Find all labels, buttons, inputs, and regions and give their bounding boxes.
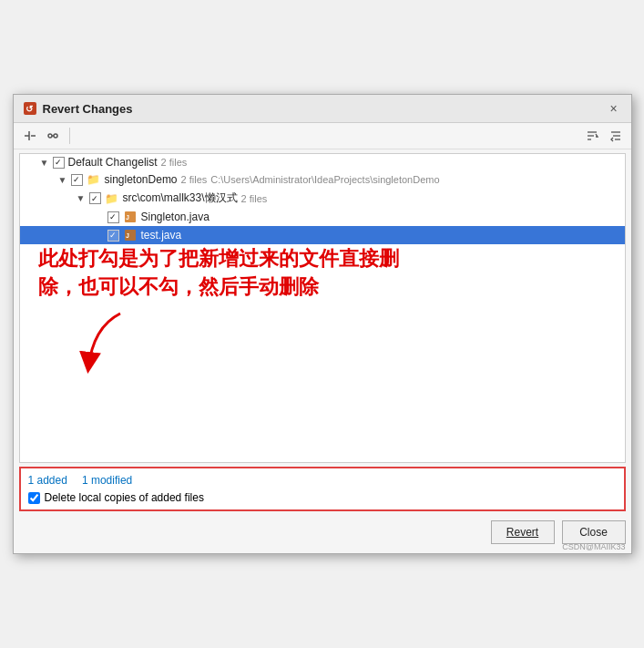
delete-copies-row: Delete local copies of added files — [28, 491, 617, 504]
test-java-name: test.java — [141, 229, 182, 242]
src-path-name: src\com\mallk33\懒汉式 — [123, 190, 238, 206]
folder-name: singletonDemo — [105, 173, 178, 186]
annotation-text: 此处打勾是为了把新增过来的文件直接删除，也可以不勾，然后手动删除 — [38, 245, 607, 302]
dialog-title: Revert Changes — [43, 102, 133, 116]
checkbox-singleton-demo[interactable] — [71, 174, 83, 186]
toolbar — [14, 123, 631, 149]
svg-point-5 — [48, 134, 52, 138]
src-folder-icon: 📁 — [105, 191, 119, 206]
revert-button[interactable]: Revert — [491, 520, 555, 544]
checkbox-default-changelist[interactable] — [53, 157, 65, 169]
tree-item-src-path[interactable]: ▼ 📁 src\com\mallk33\懒汉式 2 files — [20, 189, 625, 208]
expand-icon-3: ▼ — [75, 192, 87, 205]
status-bar: 1 added 1 modified Delete local copies o… — [19, 467, 626, 511]
toolbar-btn-sort[interactable] — [582, 126, 602, 146]
tree-item-singleton-demo[interactable]: ▼ 📁 singletonDemo 2 files C:\Users\Admin… — [20, 170, 625, 189]
tree-item-singleton-java[interactable]: ▶ J Singleton.java — [20, 208, 625, 226]
src-path-count: 2 files — [241, 193, 268, 204]
title-bar: ↺ Revert Changes × — [14, 95, 631, 123]
tree-area: ▼ Default Changelist 2 files ▼ 📁 singlet… — [19, 153, 626, 463]
folder-count: 2 files — [181, 174, 208, 185]
watermark: CSDN@MAIIK33 — [562, 542, 625, 551]
bottom-buttons: Revert Close — [19, 517, 626, 550]
revert-changes-dialog: ↺ Revert Changes × — [13, 94, 632, 554]
close-icon[interactable]: × — [606, 100, 622, 117]
annotation-arrow — [75, 309, 607, 385]
count-added: 1 added — [28, 474, 67, 487]
expand-icon: ▼ — [38, 156, 51, 169]
java-file-icon: J — [123, 210, 138, 224]
bottom-section: 1 added 1 modified Delete local copies o… — [19, 467, 626, 550]
svg-text:J: J — [126, 232, 129, 239]
toolbar-btn-collapse[interactable] — [43, 126, 63, 146]
svg-text:J: J — [126, 214, 129, 221]
test-java-icon: J — [123, 228, 138, 242]
folder-icon: 📁 — [87, 172, 101, 187]
expand-icon-2: ▼ — [56, 173, 69, 186]
checkbox-src-path[interactable] — [89, 192, 101, 204]
close-button[interactable]: Close — [562, 520, 626, 544]
checkbox-singleton-java[interactable] — [107, 211, 119, 223]
tree-item-default-changelist[interactable]: ▼ Default Changelist 2 files — [20, 154, 625, 170]
dialog-icon: ↺ — [23, 101, 37, 116]
singleton-java-name: Singleton.java — [141, 211, 210, 223]
count-modified: 1 modified — [82, 474, 132, 487]
delete-copies-checkbox[interactable] — [28, 492, 40, 504]
changelist-name: Default Changelist — [68, 156, 158, 169]
annotation-overlay: 此处打勾是为了把新增过来的文件直接删除，也可以不勾，然后手动删除 — [38, 245, 607, 385]
toolbar-btn-expand[interactable] — [19, 126, 39, 146]
tree-item-test-java[interactable]: ▶ J test.java — [20, 226, 625, 244]
toolbar-btn-group[interactable] — [606, 126, 626, 146]
toolbar-separator — [69, 128, 70, 144]
checkbox-test-java[interactable] — [107, 230, 119, 242]
svg-point-6 — [54, 134, 57, 138]
changelist-count: 2 files — [161, 157, 188, 168]
folder-path: C:\Users\Administrator\IdeaProjects\sing… — [210, 174, 439, 185]
status-counts: 1 added 1 modified — [28, 474, 617, 487]
delete-copies-label[interactable]: Delete local copies of added files — [45, 491, 204, 504]
svg-text:↺: ↺ — [26, 104, 34, 114]
